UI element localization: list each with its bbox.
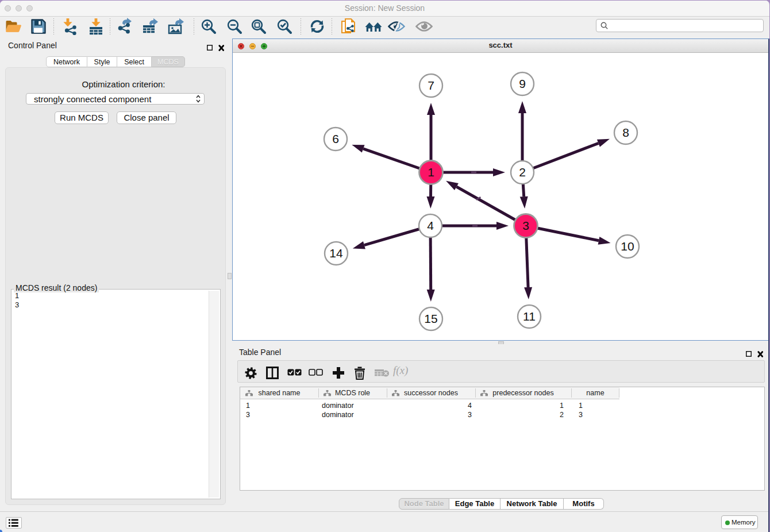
svg-text:8: 8 <box>622 126 629 139</box>
svg-text:14: 14 <box>329 246 343 260</box>
svg-text:10: 10 <box>621 240 634 253</box>
svg-text:1: 1 <box>428 165 434 179</box>
svg-text:3: 3 <box>522 219 529 232</box>
svg-text:11: 11 <box>523 310 536 323</box>
svg-text:15: 15 <box>424 312 437 325</box>
svg-text:2: 2 <box>519 165 526 179</box>
svg-text:6: 6 <box>332 132 339 145</box>
svg-text:4: 4 <box>427 219 434 232</box>
svg-text:9: 9 <box>519 77 526 90</box>
svg-text:7: 7 <box>428 79 434 92</box>
